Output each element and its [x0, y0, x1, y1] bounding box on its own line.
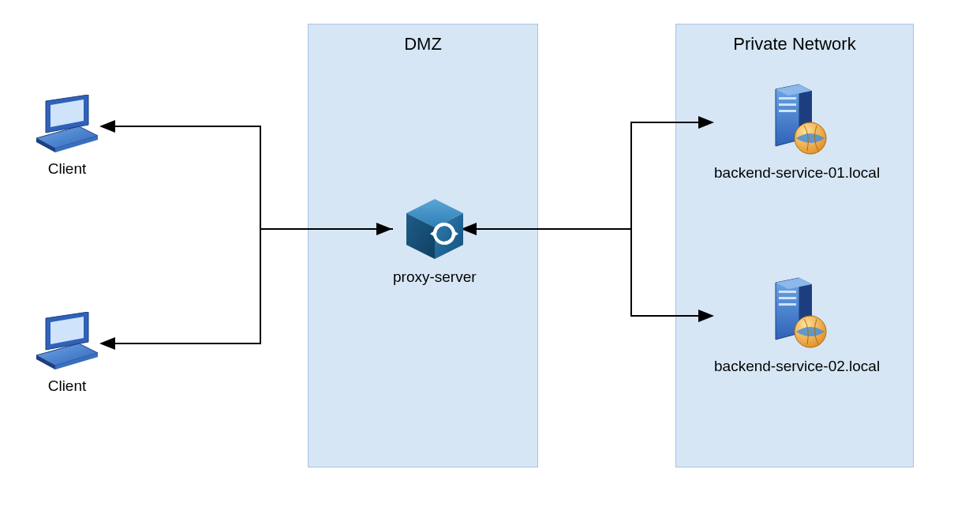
- node-backend-1-label: backend-service-01.local: [714, 164, 880, 182]
- svg-rect-27: [779, 297, 796, 299]
- node-client-1: Client: [32, 95, 103, 178]
- laptop-icon: [32, 312, 103, 371]
- svg-rect-19: [779, 97, 796, 99]
- node-client-1-label: Client: [48, 160, 87, 178]
- edge-proxy-to-client2: [101, 229, 260, 343]
- laptop-icon: [32, 95, 103, 154]
- web-server-icon: [761, 276, 832, 351]
- node-client-2: Client: [32, 312, 103, 395]
- svg-rect-28: [779, 303, 796, 306]
- node-backend-1: backend-service-01.local: [714, 83, 880, 182]
- zone-dmz-title: DMZ: [309, 34, 537, 54]
- svg-rect-21: [779, 110, 796, 112]
- node-proxy-server: proxy-server: [393, 196, 477, 286]
- node-client-2-label: Client: [48, 377, 87, 395]
- svg-rect-26: [779, 291, 796, 293]
- svg-rect-20: [779, 103, 796, 106]
- diagram-canvas: DMZ Private Network: [0, 0, 980, 518]
- node-proxy-label: proxy-server: [393, 268, 477, 286]
- cube-sync-icon: [402, 196, 468, 262]
- node-backend-2: backend-service-02.local: [714, 276, 880, 375]
- node-backend-2-label: backend-service-02.local: [714, 358, 880, 375]
- zone-private-title: Private Network: [676, 34, 913, 54]
- web-server-icon: [761, 83, 832, 158]
